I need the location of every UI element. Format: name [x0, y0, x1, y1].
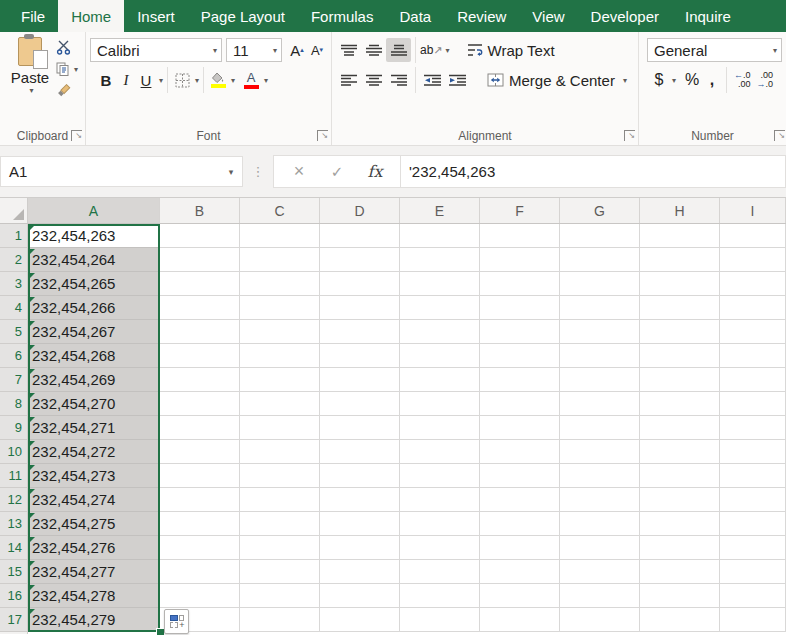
cell-G15[interactable] — [560, 560, 640, 584]
cell-A15[interactable]: 232,454,277 — [28, 560, 160, 584]
cell-A4[interactable]: 232,454,266 — [28, 296, 160, 320]
select-all-button[interactable] — [0, 198, 28, 223]
format-painter-button[interactable] — [56, 82, 71, 100]
cell-E6[interactable] — [400, 344, 480, 368]
cell-E3[interactable] — [400, 272, 480, 296]
cell-E8[interactable] — [400, 392, 480, 416]
cell-B15[interactable] — [160, 560, 240, 584]
cell-D9[interactable] — [320, 416, 400, 440]
cell-C10[interactable] — [240, 440, 320, 464]
cell-F6[interactable] — [480, 344, 560, 368]
cell-B9[interactable] — [160, 416, 240, 440]
cell-F11[interactable] — [480, 464, 560, 488]
bold-button[interactable]: B — [96, 69, 116, 91]
cell-A2[interactable]: 232,454,264 — [28, 248, 160, 272]
cell-A10[interactable]: 232,454,272 — [28, 440, 160, 464]
cell-D17[interactable] — [320, 608, 400, 632]
column-header-I[interactable]: I — [720, 198, 786, 223]
cell-A13[interactable]: 232,454,275 — [28, 512, 160, 536]
cell-H10[interactable] — [640, 440, 720, 464]
paste-button[interactable]: Paste ▾ — [6, 35, 54, 126]
cell-B4[interactable] — [160, 296, 240, 320]
cell-C9[interactable] — [240, 416, 320, 440]
autofill-options-button[interactable]: + — [164, 609, 189, 634]
cell-F16[interactable] — [480, 584, 560, 608]
fill-color-caret-icon[interactable]: ▾ — [231, 76, 235, 85]
row-header-15[interactable]: 15 — [0, 560, 28, 584]
cell-B11[interactable] — [160, 464, 240, 488]
cell-H13[interactable] — [640, 512, 720, 536]
cell-E16[interactable] — [400, 584, 480, 608]
number-format-combo[interactable]: General ▾ — [647, 38, 782, 62]
cell-I5[interactable] — [720, 320, 786, 344]
shrink-font-button[interactable]: A▾ — [307, 39, 327, 61]
tab-page-layout[interactable]: Page Layout — [188, 0, 298, 32]
cell-F4[interactable] — [480, 296, 560, 320]
cell-A5[interactable]: 232,454,267 — [28, 320, 160, 344]
comma-style-button[interactable]: , — [702, 69, 722, 91]
cell-E2[interactable] — [400, 248, 480, 272]
cancel-button[interactable]: × — [280, 161, 318, 182]
insert-function-button[interactable]: fx — [356, 162, 394, 181]
cell-F12[interactable] — [480, 488, 560, 512]
cell-B1[interactable] — [160, 224, 240, 248]
cell-H4[interactable] — [640, 296, 720, 320]
increase-indent-button[interactable] — [445, 68, 470, 92]
decrease-decimal-button[interactable]: .00 →.0 — [757, 71, 774, 89]
row-header-7[interactable]: 7 — [0, 368, 28, 392]
tab-inquire[interactable]: Inquire — [672, 0, 744, 32]
cell-H8[interactable] — [640, 392, 720, 416]
accounting-caret-icon[interactable]: ▾ — [672, 76, 676, 85]
tab-home[interactable]: Home — [58, 0, 124, 32]
cell-H5[interactable] — [640, 320, 720, 344]
cell-H6[interactable] — [640, 344, 720, 368]
cell-G5[interactable] — [560, 320, 640, 344]
column-header-A[interactable]: A — [28, 198, 160, 223]
underline-button[interactable]: U — [136, 69, 156, 91]
column-header-D[interactable]: D — [320, 198, 400, 223]
cell-B3[interactable] — [160, 272, 240, 296]
copy-button[interactable]: ▾ — [56, 60, 78, 78]
cell-D3[interactable] — [320, 272, 400, 296]
cell-B14[interactable] — [160, 536, 240, 560]
cell-D8[interactable] — [320, 392, 400, 416]
cell-E14[interactable] — [400, 536, 480, 560]
cell-I8[interactable] — [720, 392, 786, 416]
cell-D7[interactable] — [320, 368, 400, 392]
cell-D4[interactable] — [320, 296, 400, 320]
cell-F1[interactable] — [480, 224, 560, 248]
cell-G9[interactable] — [560, 416, 640, 440]
row-header-17[interactable]: 17 — [0, 608, 28, 632]
tab-file[interactable]: File — [8, 0, 58, 32]
cell-G6[interactable] — [560, 344, 640, 368]
cell-C8[interactable] — [240, 392, 320, 416]
cell-D2[interactable] — [320, 248, 400, 272]
number-dialog-launcher-icon[interactable]: ↘ — [774, 130, 785, 141]
cell-D5[interactable] — [320, 320, 400, 344]
cell-H11[interactable] — [640, 464, 720, 488]
cell-G7[interactable] — [560, 368, 640, 392]
row-header-4[interactable]: 4 — [0, 296, 28, 320]
cell-B10[interactable] — [160, 440, 240, 464]
cell-C7[interactable] — [240, 368, 320, 392]
cell-H7[interactable] — [640, 368, 720, 392]
cell-F7[interactable] — [480, 368, 560, 392]
paste-dropdown-caret-icon[interactable]: ▾ — [29, 86, 33, 95]
cell-D12[interactable] — [320, 488, 400, 512]
cell-F10[interactable] — [480, 440, 560, 464]
cell-G17[interactable] — [560, 608, 640, 632]
cell-G4[interactable] — [560, 296, 640, 320]
cell-I1[interactable] — [720, 224, 786, 248]
cell-F9[interactable] — [480, 416, 560, 440]
row-header-3[interactable]: 3 — [0, 272, 28, 296]
cell-D16[interactable] — [320, 584, 400, 608]
cell-B8[interactable] — [160, 392, 240, 416]
cell-I6[interactable] — [720, 344, 786, 368]
italic-button[interactable]: I — [116, 69, 136, 91]
column-header-H[interactable]: H — [640, 198, 720, 223]
cell-I16[interactable] — [720, 584, 786, 608]
cell-B2[interactable] — [160, 248, 240, 272]
row-header-14[interactable]: 14 — [0, 536, 28, 560]
cell-A12[interactable]: 232,454,274 — [28, 488, 160, 512]
cell-F17[interactable] — [480, 608, 560, 632]
